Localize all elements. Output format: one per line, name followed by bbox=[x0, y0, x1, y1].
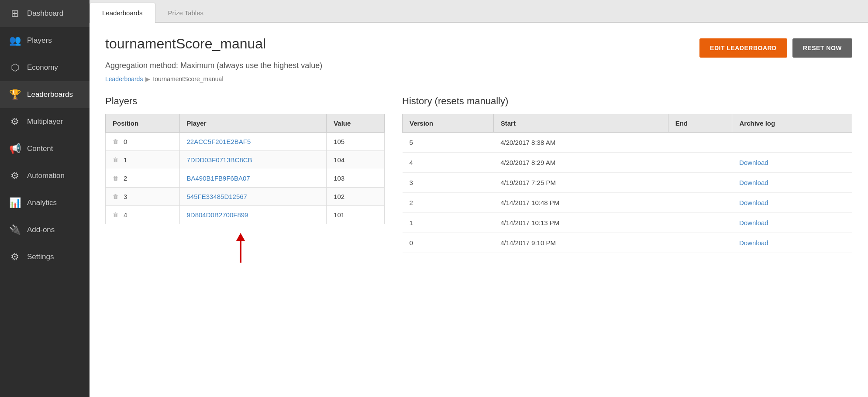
table-row: 🗑 4 9D804D0B2700F899 101 bbox=[106, 206, 385, 224]
sidebar-item-dashboard[interactable]: ⊞ Dashboard bbox=[0, 0, 90, 27]
position-value: 1 bbox=[124, 156, 127, 164]
position-cell: 🗑 3 bbox=[106, 188, 180, 206]
history-section-title: History (resets manually) bbox=[402, 96, 852, 107]
download-link[interactable]: Download bbox=[739, 199, 768, 206]
players-table: Position Player Value 🗑 0 22ACC5F201E2BA… bbox=[105, 114, 385, 224]
players-section-title: Players bbox=[105, 96, 385, 107]
arrow-head bbox=[236, 233, 245, 241]
player-link[interactable]: 545FE33485D12567 bbox=[187, 193, 247, 200]
archive-log-cell: Download bbox=[732, 173, 852, 193]
position-cell: 🗑 0 bbox=[106, 133, 180, 151]
sidebar-item-label: Content bbox=[27, 144, 53, 153]
player-link[interactable]: BA490B1FB9F6BA07 bbox=[187, 175, 250, 182]
sidebar-item-players[interactable]: 👥 Players bbox=[0, 27, 90, 54]
table-row: 1 4/14/2017 10:13 PM Download bbox=[403, 213, 852, 233]
breadcrumb-separator: ▶ bbox=[145, 75, 150, 82]
archive-log-cell: Download bbox=[732, 193, 852, 213]
start-cell: 4/14/2017 10:48 PM bbox=[493, 193, 668, 213]
download-link[interactable]: Download bbox=[739, 159, 768, 166]
position-cell: 🗑 2 bbox=[106, 169, 180, 188]
sidebar-item-multiplayer[interactable]: ⚙ Multiplayer bbox=[0, 108, 90, 135]
version-cell: 3 bbox=[403, 173, 494, 193]
version-cell: 5 bbox=[403, 133, 494, 153]
table-row: 3 4/19/2017 7:25 PM Download bbox=[403, 173, 852, 193]
position-value: 3 bbox=[124, 193, 127, 200]
breadcrumb-link[interactable]: Leaderboards bbox=[105, 75, 143, 82]
sidebar: ⊞ Dashboard 👥 Players ⬡ Economy 🏆 Leader… bbox=[0, 0, 90, 397]
sidebar-item-label: Multiplayer bbox=[27, 117, 63, 126]
start-cell: 4/14/2017 10:13 PM bbox=[493, 213, 668, 233]
start-cell: 4/20/2017 8:29 AM bbox=[493, 153, 668, 173]
aggregation-method: Aggregation method: Maximum (always use … bbox=[105, 61, 852, 70]
arrow-shaft bbox=[240, 241, 241, 263]
col-end: End bbox=[668, 114, 732, 133]
col-archive-log: Archive log bbox=[732, 114, 852, 133]
player-link[interactable]: 9D804D0B2700F899 bbox=[187, 211, 248, 219]
col-start: Start bbox=[493, 114, 668, 133]
upload-arrow-container bbox=[101, 224, 380, 271]
archive-log-cell: Download bbox=[732, 233, 852, 253]
title-group: tournamentScore_manual bbox=[105, 36, 266, 52]
sidebar-item-automation[interactable]: ⚙ Automation bbox=[0, 162, 90, 189]
archive-log-cell bbox=[732, 133, 852, 153]
content-icon: 📢 bbox=[9, 143, 21, 154]
sidebar-item-label: Settings bbox=[27, 253, 54, 261]
col-player: Player bbox=[179, 114, 327, 133]
sidebar-item-economy[interactable]: ⬡ Economy bbox=[0, 54, 90, 81]
end-cell bbox=[668, 193, 732, 213]
delete-icon[interactable]: 🗑 bbox=[113, 175, 118, 181]
delete-icon[interactable]: 🗑 bbox=[113, 193, 118, 200]
player-cell: 22ACC5F201E2BAF5 bbox=[179, 133, 327, 151]
download-link[interactable]: Download bbox=[739, 239, 768, 246]
download-link[interactable]: Download bbox=[739, 179, 768, 186]
table-row: 5 4/20/2017 8:38 AM bbox=[403, 133, 852, 153]
position-value: 0 bbox=[124, 138, 127, 145]
sidebar-item-settings[interactable]: ⚙ Settings bbox=[0, 243, 90, 270]
position-cell: 🗑 4 bbox=[106, 206, 180, 224]
table-row: 4 4/20/2017 8:29 AM Download bbox=[403, 153, 852, 173]
value-cell: 102 bbox=[327, 188, 385, 206]
edit-leaderboard-button[interactable]: EDIT LEADERBOARD bbox=[699, 38, 787, 58]
player-link[interactable]: 7DDD03F0713BC8CB bbox=[187, 156, 252, 164]
sidebar-item-label: Dashboard bbox=[27, 9, 63, 18]
player-cell: 7DDD03F0713BC8CB bbox=[179, 151, 327, 169]
economy-icon: ⬡ bbox=[9, 62, 21, 73]
version-cell: 2 bbox=[403, 193, 494, 213]
addons-icon: 🔌 bbox=[9, 224, 21, 236]
sidebar-item-leaderboards[interactable]: 🏆 Leaderboards bbox=[0, 81, 90, 108]
value-cell: 104 bbox=[327, 151, 385, 169]
player-cell: 9D804D0B2700F899 bbox=[179, 206, 327, 224]
end-cell bbox=[668, 213, 732, 233]
delete-icon[interactable]: 🗑 bbox=[113, 138, 118, 145]
start-cell: 4/14/2017 9:10 PM bbox=[493, 233, 668, 253]
tab-prize-tables[interactable]: Prize Tables bbox=[155, 3, 216, 23]
archive-log-cell: Download bbox=[732, 153, 852, 173]
end-cell bbox=[668, 233, 732, 253]
tab-leaderboards[interactable]: Leaderboards bbox=[90, 3, 155, 23]
sidebar-item-addons[interactable]: 🔌 Add-ons bbox=[0, 216, 90, 243]
table-row: 🗑 1 7DDD03F0713BC8CB 104 bbox=[106, 151, 385, 169]
sidebar-item-label: Automation bbox=[27, 171, 65, 180]
sidebar-item-analytics[interactable]: 📊 Analytics bbox=[0, 189, 90, 216]
start-cell: 4/20/2017 8:38 AM bbox=[493, 133, 668, 153]
version-cell: 0 bbox=[403, 233, 494, 253]
upload-arrow bbox=[236, 233, 245, 263]
position-value: 4 bbox=[124, 211, 127, 219]
value-cell: 105 bbox=[327, 133, 385, 151]
col-version: Version bbox=[403, 114, 494, 133]
player-link[interactable]: 22ACC5F201E2BAF5 bbox=[187, 138, 251, 145]
delete-icon[interactable]: 🗑 bbox=[113, 157, 118, 163]
players-icon: 👥 bbox=[9, 35, 21, 46]
archive-log-cell: Download bbox=[732, 213, 852, 233]
page-content: tournamentScore_manual EDIT LEADERBOARD … bbox=[90, 23, 868, 397]
col-position: Position bbox=[106, 114, 180, 133]
version-cell: 1 bbox=[403, 213, 494, 233]
analytics-icon: 📊 bbox=[9, 197, 21, 209]
sidebar-item-content[interactable]: 📢 Content bbox=[0, 135, 90, 162]
delete-icon[interactable]: 🗑 bbox=[113, 212, 118, 218]
position-cell: 🗑 1 bbox=[106, 151, 180, 169]
reset-now-button[interactable]: RESET NOW bbox=[792, 38, 852, 58]
breadcrumb-current: tournamentScore_manual bbox=[153, 75, 223, 82]
download-link[interactable]: Download bbox=[739, 219, 768, 226]
table-row: 0 4/14/2017 9:10 PM Download bbox=[403, 233, 852, 253]
